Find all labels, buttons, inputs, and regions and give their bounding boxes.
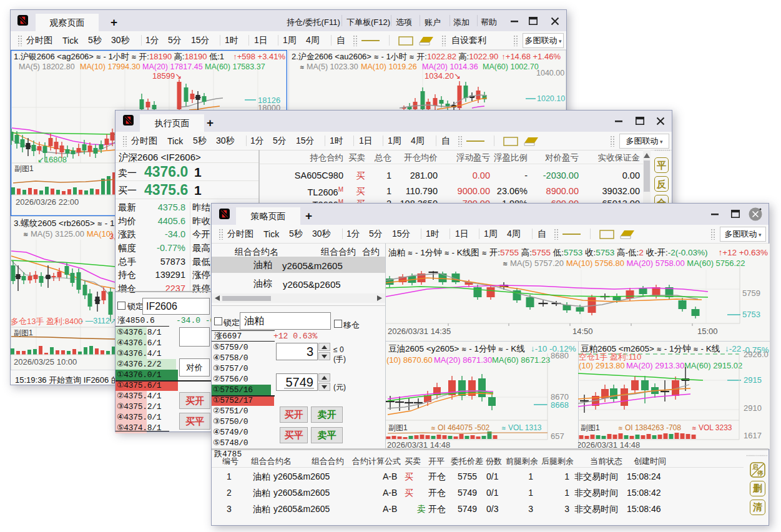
svg-text:MA(60) 2915.02: MA(60) 2915.02 (684, 361, 742, 370)
svg-text:MA(20) 17817.45: MA(20) 17817.45 (142, 62, 203, 71)
svg-text:8668: 8668 (551, 400, 569, 410)
svg-text:5759: 5759 (742, 288, 760, 298)
svg-text:副图1: 副图1 (14, 164, 34, 173)
svg-text:≋ OI 464075 -502: ≋ OI 464075 -502 (431, 423, 490, 432)
svg-text:豆油2605 <y2605> ≋ - 1分钟 ≋ - K线: 豆油2605 <y2605> ≋ - 1分钟 ≋ - K线 (388, 344, 525, 353)
svg-text:1034.20↘: 1034.20↘ (425, 71, 461, 81)
svg-text:(10) 2913.80: (10) 2913.80 (579, 361, 625, 370)
svg-text:2926.0: 2926.0 (744, 350, 769, 359)
svg-text:↑+12 +0.63%: ↑+12 +0.63% (718, 248, 768, 257)
svg-text:2910: 2910 (744, 403, 762, 413)
svg-text:油粕 ≋ - 1分钟 ≋ - K线图 ≋ 开:5755 高:: 油粕 ≋ - 1分钟 ≋ - K线图 ≋ 开:5755 高:5755 低:575… (388, 248, 708, 257)
svg-text:2026/03/31 14:35: 2026/03/31 14:35 (388, 327, 451, 336)
svg-text:2026/03/25 10:00: 2026/03/25 10:00 (14, 357, 77, 367)
svg-text:≋ MA(5) 5757.20 MA(10) 5756.80: ≋ MA(5) 5757.20 MA(10) 5756.80 MA(20) 57… (503, 259, 745, 268)
svg-text:MA(20) 1014.36: MA(20) 1014.36 (422, 62, 478, 71)
svg-text:2026/03/31 14:48: 2026/03/31 14:48 (387, 440, 450, 449)
svg-text:14:50: 14:50 (572, 327, 593, 336)
svg-text:1.沪银2606 <ag2606> ≋ - 1小时 ≋ 开:: 1.沪银2606 <ag2606> ≋ - 1小时 ≋ 开:18190 高:18… (14, 52, 224, 61)
svg-text:副图1: 副图1 (388, 423, 408, 432)
svg-text:5753: 5753 (742, 310, 760, 319)
svg-text:≋ MA(5) 1023.30: ≋ MA(5) 1023.30 (300, 62, 358, 71)
svg-text:1617: 1617 (744, 431, 762, 440)
svg-text:1040.00: 1040.00 (536, 69, 564, 77)
svg-text:1020.10: 1020.10 (537, 94, 565, 103)
svg-text:MA(60) 17583.37: MA(60) 17583.37 (205, 62, 265, 71)
svg-text:(10) 8670.60: (10) 8670.60 (386, 355, 433, 365)
svg-text:停: 停 (757, 470, 764, 476)
svg-text:- —3112↗: - —3112↗ (81, 317, 117, 325)
svg-text:MA(60) 8671.23: MA(60) 8671.23 (492, 355, 550, 365)
svg-text:8680: 8680 (551, 351, 569, 360)
svg-text:657: 657 (551, 431, 564, 441)
svg-text:MA(10) 1019.26: MA(10) 1019.26 (361, 62, 417, 71)
svg-text:18599↘: 18599↘ (152, 71, 182, 81)
svg-text:↑+14.68 +1.46%: ↑+14.68 +1.46% (501, 52, 561, 61)
svg-text:↓-22: ↓-22 (725, 344, 741, 353)
svg-text:MA(20) 8671.30: MA(20) 8671.30 (434, 355, 492, 365)
svg-text:副图1: 副图1 (14, 328, 33, 337)
svg-text:MA(10) 17994.30: MA(10) 17994.30 (80, 62, 140, 71)
svg-text:副图1: 副图1 (581, 423, 600, 432)
svg-text:MA(20) 2913.30: MA(20) 2913.30 (626, 361, 684, 370)
svg-text:MA(60) 1002.70: MA(60) 1002.70 (483, 62, 539, 71)
svg-text:≋ OI 1384263 -708: ≋ OI 1384263 -708 (618, 423, 681, 432)
svg-text:≋ VOL 1313: ≋ VOL 1313 (501, 423, 542, 432)
svg-text:2.沪金2606 <au2606> ≋ - 1小时 ≋ 开:: 2.沪金2606 <au2606> ≋ - 1小时 ≋ 开:1022.82 高:… (292, 52, 498, 61)
svg-text:MA(5) 18202.80: MA(5) 18202.80 (19, 62, 75, 71)
svg-text:2026/03/31 14:48: 2026/03/31 14:48 (578, 440, 640, 449)
svg-text:≋ VOL 3233: ≋ VOL 3233 (692, 423, 732, 432)
svg-text:空仓1手 盈利:110: 空仓1手 盈利:110 (579, 352, 641, 362)
svg-text:↑+598 +3.41%: ↑+598 +3.41% (233, 52, 285, 61)
svg-text:2915: 2915 (744, 375, 762, 385)
svg-text:3.螺纹2605 <rb2605> ≋ - 1小时: 3.螺纹2605 <rb2605> ≋ - 1小时 (14, 219, 132, 228)
svg-text:15:00: 15:00 (697, 327, 718, 336)
svg-text:2026/03/26 22:00: 2026/03/26 22:00 (16, 197, 79, 207)
svg-text:多仓13手 盈利:8400: 多仓13手 盈利:8400 (11, 317, 83, 326)
